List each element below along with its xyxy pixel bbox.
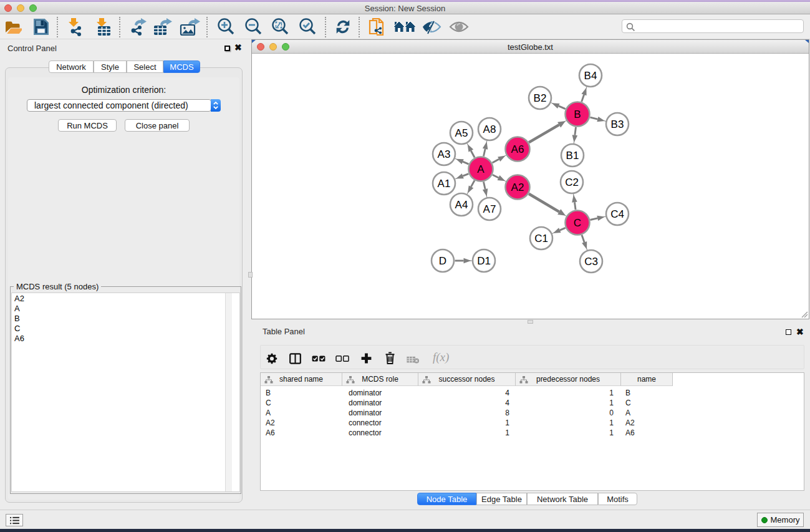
svg-text:B2: B2 — [534, 92, 547, 104]
svg-text:D: D — [439, 255, 446, 267]
svg-text:A6: A6 — [511, 143, 524, 155]
svg-text:A5: A5 — [455, 127, 468, 139]
svg-text:A4: A4 — [455, 199, 468, 211]
svg-text:A7: A7 — [483, 203, 496, 215]
svg-text:B: B — [574, 109, 581, 120]
svg-text:B1: B1 — [566, 150, 579, 162]
svg-text:B4: B4 — [584, 70, 597, 82]
svg-text:C: C — [574, 217, 581, 229]
svg-text:C1: C1 — [534, 233, 548, 244]
svg-text:A2: A2 — [511, 181, 524, 193]
svg-text:C3: C3 — [584, 256, 598, 268]
svg-text:C4: C4 — [610, 208, 624, 220]
svg-text:A8: A8 — [483, 123, 496, 135]
svg-text:A3: A3 — [438, 148, 451, 160]
svg-text:B3: B3 — [611, 118, 624, 130]
svg-text:D1: D1 — [477, 255, 491, 267]
svg-text:A: A — [477, 163, 485, 175]
svg-text:C2: C2 — [565, 177, 579, 188]
svg-text:A1: A1 — [438, 178, 451, 190]
